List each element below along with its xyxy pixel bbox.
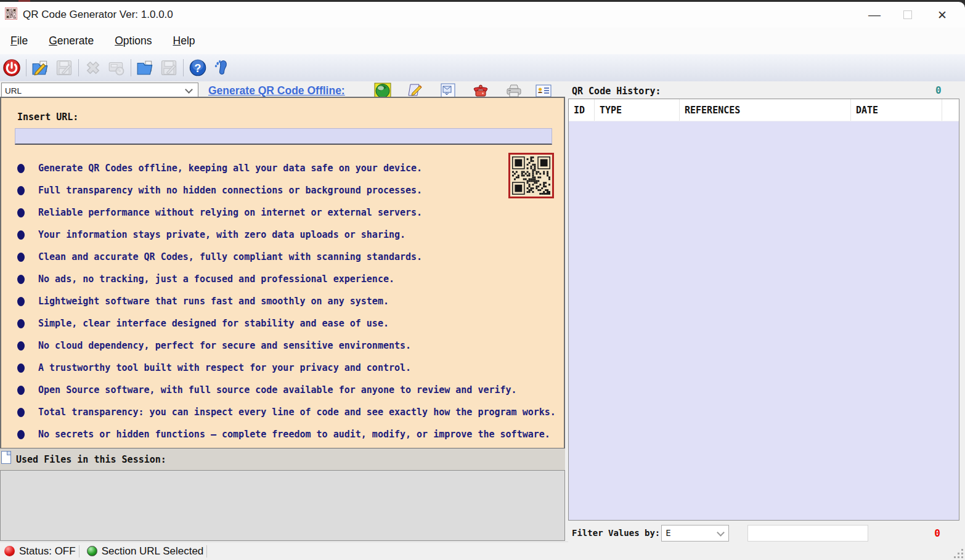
list-item: Full transparency with no hidden connect… <box>15 179 556 201</box>
resize-grip[interactable] <box>953 548 963 558</box>
toolbar-separator <box>131 59 131 76</box>
insert-url-label: Insert URL: <box>17 112 78 123</box>
column-header-type[interactable]: TYPE <box>595 99 680 121</box>
used-files-list[interactable] <box>0 470 565 541</box>
section-selected-icon <box>87 546 97 556</box>
gnome-foot-icon <box>212 59 230 77</box>
open-folder-icon <box>136 59 155 77</box>
filter-row: Filter Values by: E 0 <box>568 522 965 543</box>
filter-label: Filter Values by: <box>572 528 660 538</box>
history-table-header: ID TYPE REFERENCES DATE <box>569 99 959 121</box>
save-button[interactable] <box>52 57 76 78</box>
section-text: Section URL Selected <box>102 545 204 558</box>
minimize-icon: — <box>868 8 881 22</box>
file-icon <box>1 451 11 464</box>
statusbar-separator <box>79 545 79 558</box>
bullet-icon <box>17 408 25 417</box>
menu-options[interactable]: Options <box>104 34 162 47</box>
card-reader-button[interactable] <box>105 57 128 78</box>
toolbar-separator <box>78 59 79 76</box>
history-table: ID TYPE REFERENCES DATE <box>568 99 959 521</box>
list-item: A trustworthy tool built with respect fo… <box>15 357 556 379</box>
url-combo-value: URL <box>5 86 22 95</box>
list-item: Your information stays private, with zer… <box>15 224 556 246</box>
filter-count: 0 <box>934 527 940 539</box>
menu-generate[interactable]: Generate <box>38 34 104 47</box>
list-item: Generate QR Codes offline, keeping all y… <box>15 157 556 179</box>
list-item: Clean and accurate QR Codes, fully compl… <box>15 246 556 268</box>
maximize-button[interactable] <box>894 2 922 28</box>
maximize-icon <box>903 10 912 19</box>
window-title: QR Code Generator Ver: 1.0.0.0 <box>23 9 173 21</box>
bullet-icon <box>17 164 25 173</box>
list-item: Reliable performance without relying on … <box>15 201 556 224</box>
generate-offline-link[interactable]: Generate QR Code Offline: <box>208 84 345 97</box>
open-edit-button[interactable] <box>29 57 52 78</box>
chevron-down-icon <box>185 86 193 94</box>
bullet-icon <box>17 208 25 217</box>
filter-combobox[interactable]: E <box>661 525 729 542</box>
url-input[interactable] <box>15 128 552 145</box>
gnome-foot-button[interactable] <box>210 57 233 78</box>
save-as-button[interactable] <box>157 57 181 78</box>
list-item: No ads, no tracking, just a focused and … <box>15 268 556 290</box>
bullet-icon <box>17 386 25 395</box>
toolbar-separator <box>26 59 26 76</box>
bullet-icon <box>17 230 25 240</box>
app-qr-icon <box>5 7 17 20</box>
column-header-references[interactable]: REFERENCES <box>680 99 851 121</box>
bullet-icon <box>17 341 25 351</box>
statusbar: Status: OFF Section URL Selected <box>0 542 965 560</box>
chevron-down-icon <box>717 529 725 537</box>
power-icon <box>2 59 21 77</box>
card-reader-icon <box>107 59 126 77</box>
help-button[interactable]: ? <box>186 57 210 78</box>
used-files-label: Used Files in this Session: <box>16 454 166 465</box>
status-off-icon <box>4 546 15 556</box>
list-item: Simple, clear interface designed for sta… <box>15 312 556 335</box>
bullet-icon <box>17 253 25 262</box>
close-icon: ✕ <box>937 8 947 22</box>
bullet-icon <box>17 186 25 195</box>
offline-generator-panel: Insert URL: Generate QR Codes offline, k… <box>0 97 565 448</box>
history-label: QR Code History: <box>572 86 661 97</box>
used-files-header: Used Files in this Session: <box>0 448 565 470</box>
open-folder-button[interactable] <box>134 57 157 78</box>
filter-combo-value: E <box>666 528 670 538</box>
save-icon <box>55 59 73 77</box>
column-header-id[interactable]: ID <box>569 99 595 121</box>
delete-icon <box>84 59 102 77</box>
delete-button[interactable] <box>81 57 105 78</box>
toolbar-separator <box>183 59 184 76</box>
column-header-spare[interactable] <box>942 99 958 121</box>
status-text: Status: OFF <box>19 545 76 558</box>
menubar: File Generate Options Help <box>0 28 965 54</box>
list-item: Total transparency: you can inspect ever… <box>15 401 556 423</box>
bullet-icon <box>17 275 25 284</box>
filter-value-input[interactable] <box>747 525 868 542</box>
open-edit-icon <box>31 59 50 77</box>
feature-list: Generate QR Codes offline, keeping all y… <box>15 157 556 445</box>
history-count: 0 <box>935 84 942 96</box>
menu-file[interactable]: File <box>0 34 38 47</box>
toolbar: ? <box>0 54 965 81</box>
list-item: Lightweight software that runs fast and … <box>15 290 556 312</box>
close-button[interactable]: ✕ <box>928 2 956 28</box>
menu-help[interactable]: Help <box>163 34 206 47</box>
svg-text:?: ? <box>194 62 201 75</box>
minimize-button[interactable]: — <box>860 2 889 28</box>
bullet-icon <box>17 319 25 328</box>
column-header-date[interactable]: DATE <box>851 99 942 121</box>
titlebar: QR Code Generator Ver: 1.0.0.0 — ✕ <box>0 2 965 28</box>
app-window: QR Code Generator Ver: 1.0.0.0 — ✕ File … <box>0 0 965 560</box>
save-as-icon <box>160 59 178 77</box>
power-button[interactable] <box>0 57 23 78</box>
bullet-icon <box>17 363 25 373</box>
history-list-area[interactable] <box>569 121 959 520</box>
bullet-icon <box>17 297 25 306</box>
list-item: No cloud dependency, perfect for secure … <box>15 335 556 357</box>
help-icon: ? <box>189 59 207 77</box>
statusbar-separator <box>206 545 207 558</box>
list-item: Open Source software, with full source c… <box>15 379 556 401</box>
bullet-icon <box>17 430 25 439</box>
